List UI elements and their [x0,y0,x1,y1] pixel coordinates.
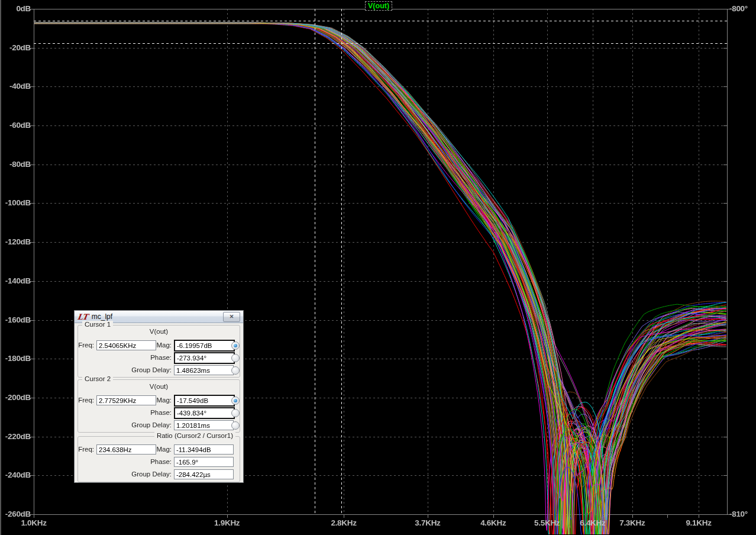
cursor2-gd-input[interactable] [174,420,234,430]
cursor1-phase-input[interactable] [174,352,235,364]
window-left-edge [0,0,1,535]
cursor2-gd-label: Group Delay: [114,421,172,428]
x-axis-label: 1.0KHz [14,518,54,527]
x-axis-label: 6.4KHz [573,518,613,527]
cursor1-phase-label: Phase: [114,354,172,361]
x-axis-label: 2.8KHz [324,518,364,527]
x-axis-label: 9.1KHz [679,518,719,527]
cursor2-mag-input[interactable] [174,395,235,407]
ratio-gd-label: Group Delay: [114,470,172,478]
y-axis-label: -220dB [0,432,31,441]
ratio-group: Ratio (Cursor2 / Cursor1) Freq: Mag: Pha… [77,436,240,482]
cursor1-gd-input[interactable] [174,365,234,375]
cursor1-trace-name: V(out) [78,328,240,335]
x-axis-label: 4.6KHz [473,518,513,527]
x-axis-label: 3.7KHz [408,518,448,527]
cursor2-mag-radio[interactable] [231,397,240,405]
lt-logo-icon: LT [77,313,89,321]
ltspice-waveform-window: 0dB-20dB-40dB-60dB-80dB-100dB-120dB-140d… [0,0,756,535]
y-axis-label: -40dB [0,82,31,91]
right-axis-top-label: -800° [729,4,748,13]
ratio-freq-label: Freq: [78,446,94,453]
cursor2-trace-name: V(out) [78,383,240,390]
y-axis-label: -200dB [0,393,31,402]
y-axis-label: -160dB [0,315,31,324]
cursor1-group: Cursor 1 V(out) Freq: Mag: Phase: Group … [77,325,240,378]
cursor1-mag-radio[interactable] [231,341,240,350]
ratio-legend: Ratio (Cursor2 / Cursor1) [154,432,235,439]
cursor1-legend: Cursor 1 [82,321,113,328]
right-axis-bottom-label: -810° [729,510,748,518]
y-axis-label: -80dB [0,160,31,169]
ratio-gd-input[interactable] [174,469,234,479]
cursor1-freq-label: Freq: [78,341,94,349]
cursor2-group: Cursor 2 V(out) Freq: Mag: Phase: Group … [77,379,240,433]
cursor2-legend: Cursor 2 [82,375,113,382]
cursor1-mag-input[interactable] [174,340,235,352]
cursor2-gd-radio[interactable] [231,421,240,430]
ratio-mag-label: Mag: [114,446,172,453]
ratio-phase-input[interactable] [174,457,234,467]
x-axis-label: 5.5KHz [527,518,567,527]
y-axis-label: -260dB [0,510,31,518]
ratio-mag-input[interactable] [174,444,234,455]
y-axis-label: -120dB [0,237,31,246]
trace-legend-label[interactable]: V(out) [365,1,392,11]
cursor2-phase-label: Phase: [114,409,172,416]
cursor2-mag-label: Mag: [114,397,172,404]
cursor2-phase-radio[interactable] [231,409,240,417]
cursor1-phase-radio[interactable] [231,354,240,362]
y-axis-label: -240dB [0,470,31,479]
x-axis-label: 7.3KHz [612,518,652,527]
cursor1-gd-radio[interactable] [231,366,240,375]
cursor2-phase-input[interactable] [174,407,235,419]
y-axis-label: -100dB [0,198,31,207]
y-axis-label: -20dB [0,43,31,52]
cursor2-freq-label: Freq: [78,397,94,404]
y-axis-label: -140dB [0,276,31,285]
cursor-dialog[interactable]: LT mc_lpf ✕ Cursor 1 V(out) Freq: Mag: P… [74,310,244,483]
y-axis-label: -60dB [0,121,31,130]
ratio-phase-label: Phase: [114,458,172,465]
y-axis-label: -180dB [0,354,31,363]
close-button[interactable]: ✕ [223,312,240,322]
y-axis-label: 0dB [0,4,31,13]
dialog-title: mc_lpf [92,312,112,321]
cursor1-gd-label: Group Delay: [114,366,172,373]
x-axis-label: 1.9KHz [207,518,247,527]
cursor1-mag-label: Mag: [114,341,172,349]
